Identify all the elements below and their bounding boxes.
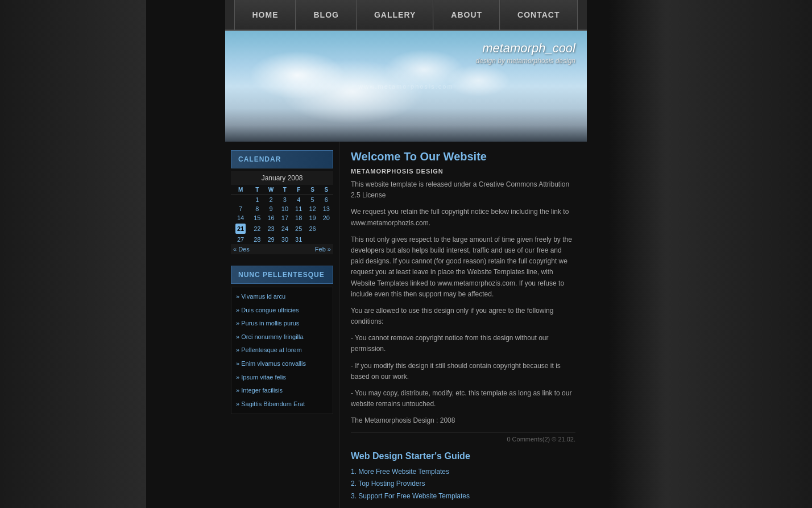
nunc-title: NUNC PELLENTESQUE [231, 266, 333, 284]
cal-day[interactable]: 25 [292, 222, 305, 235]
welcome-title: Welcome To Our Website [351, 150, 575, 163]
cal-day[interactable]: 13 [320, 204, 333, 213]
cal-day [320, 222, 333, 235]
section1-comments: 0 Comments(2) © 21.02. [351, 432, 575, 443]
cal-day[interactable]: 15 [250, 213, 264, 222]
condition-item: - If you modify this design it still sho… [351, 361, 575, 382]
cal-day[interactable]: 6 [320, 195, 333, 205]
watermark: www.metamorphosis.com [358, 83, 453, 90]
cal-day[interactable]: 11 [292, 204, 305, 213]
section1-p2: We request you retain the full copyright… [351, 206, 575, 228]
conditions-list: - You cannot remove copyright notice fro… [351, 333, 575, 410]
cal-day[interactable]: 1 [250, 195, 264, 205]
cal-day-header: F [292, 185, 305, 195]
nunc-box: NUNC PELLENTESQUE Vivamus id arcuDuis co… [231, 266, 333, 414]
cal-day [320, 235, 333, 244]
section1-footer: The Metamorphosis Design : 2008 [351, 415, 575, 426]
cal-day[interactable]: 23 [264, 222, 277, 235]
list-item[interactable]: Purus in mollis purus [231, 317, 333, 331]
cal-day[interactable]: 30 [278, 235, 292, 244]
condition-item: - You cannot remove copyright notice fro… [351, 333, 575, 354]
list-item[interactable]: Orci nonummy fringilla [231, 331, 333, 344]
content-wrapper: CALENDAR January 2008 MTWTFSS 1234567891… [225, 142, 587, 508]
list-item[interactable]: Ipsum vitae felis [231, 371, 333, 385]
cal-day[interactable]: 21 [231, 222, 250, 235]
calendar-month: January 2008 [231, 171, 333, 185]
cal-day[interactable]: 8 [250, 204, 264, 213]
list-item[interactable]: 3. Support For Free Website Templates [351, 490, 575, 503]
cal-day[interactable]: 17 [278, 213, 292, 222]
cal-day[interactable]: 2 [264, 195, 277, 205]
cal-day[interactable]: 19 [305, 213, 319, 222]
nav-item-home[interactable]: HOME [234, 0, 296, 30]
nav-item-contact[interactable]: CONTACT [500, 0, 577, 30]
cal-day[interactable]: 5 [305, 195, 319, 205]
site-title: metamorph_cool [482, 41, 575, 56]
section1-p1: This website template is released under … [351, 179, 575, 201]
cal-day[interactable]: 28 [250, 235, 264, 244]
nav-item-gallery[interactable]: GALLERY [357, 0, 433, 30]
list-item[interactable]: Integer facilisis [231, 384, 333, 398]
list-item[interactable]: Pellentesque at lorem [231, 344, 333, 357]
main-content: Welcome To Our Website METAMORPHOSIS DES… [339, 142, 587, 508]
cal-day[interactable]: 31 [292, 235, 305, 244]
cal-day[interactable]: 22 [250, 222, 264, 235]
cal-day[interactable]: 24 [278, 222, 292, 235]
cal-day-header: M [231, 185, 250, 195]
cal-day[interactable]: 14 [231, 213, 250, 222]
cal-day [305, 235, 319, 244]
cal-day[interactable]: 9 [264, 204, 277, 213]
section1-heading: METAMORPHOSIS DESIGN [351, 168, 575, 175]
list-item[interactable]: 2. Top Hosting Providers [351, 478, 575, 490]
cal-day[interactable]: 20 [320, 213, 333, 222]
web-design-list: 1. More Free Website Templates2. Top Hos… [351, 466, 575, 503]
list-item[interactable]: Vivamus id arcu [231, 290, 333, 304]
cal-day [231, 195, 250, 205]
sidebar: CALENDAR January 2008 MTWTFSS 1234567891… [225, 142, 339, 508]
cal-day[interactable]: 16 [264, 213, 277, 222]
site-subtitle: design by metamorphosis design [476, 57, 575, 65]
cal-day-header: W [264, 185, 277, 195]
calendar-table: MTWTFSS 12345678910111213141516171819202… [231, 185, 333, 244]
cal-day-header: S [305, 185, 319, 195]
cal-day[interactable]: 7 [231, 204, 250, 213]
nav-item-about[interactable]: ABOUT [433, 0, 500, 30]
list-item[interactable]: Sagittis Bibendum Erat [231, 398, 333, 411]
cal-next-link[interactable]: Feb » [315, 246, 331, 253]
section1-p3: This not only gives respect to the large… [351, 234, 575, 300]
cal-day[interactable]: 27 [231, 235, 250, 244]
condition-item: - You may copy, distribute, modify, etc.… [351, 388, 575, 410]
cal-day[interactable]: 4 [292, 195, 305, 205]
cal-day[interactable]: 29 [264, 235, 277, 244]
cal-day[interactable]: 3 [278, 195, 292, 205]
calendar-box: CALENDAR January 2008 MTWTFSS 1234567891… [231, 150, 333, 254]
section2-title: Web Design Starter's Guide [351, 451, 575, 461]
calendar-title: CALENDAR [231, 150, 333, 168]
cal-prev-link[interactable]: « Des [233, 246, 250, 253]
list-item[interactable]: 1. More Free Website Templates [351, 466, 575, 478]
cal-day[interactable]: 18 [292, 213, 305, 222]
list-item[interactable]: Enim vivamus convallis [231, 357, 333, 371]
cal-day-header: T [278, 185, 292, 195]
calendar-nav: « Des Feb » [231, 244, 333, 254]
cal-day[interactable]: 26 [305, 222, 319, 235]
section1-p4: You are allowed to use this design only … [351, 305, 575, 327]
nunc-list: Vivamus id arcuDuis congue ultriciesPuru… [231, 287, 333, 414]
cal-day[interactable]: 12 [305, 204, 319, 213]
list-item[interactable]: Duis congue ultricies [231, 304, 333, 317]
cal-day-header: S [320, 185, 333, 195]
header-banner: metamorph_cool design by metamorphosis d… [225, 31, 587, 142]
cal-day-header: T [250, 185, 264, 195]
cal-day[interactable]: 10 [278, 204, 292, 213]
nav-item-blog[interactable]: BLOG [296, 0, 356, 30]
main-nav: HOMEBLOGGALLERYABOUTCONTACT [225, 0, 587, 31]
